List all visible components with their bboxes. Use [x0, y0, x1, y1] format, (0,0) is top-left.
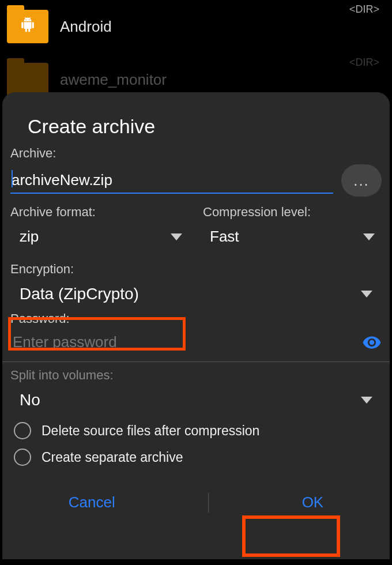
- file-list-background: <DIR> Android <DIR> aweme_monitor: [0, 0, 392, 106]
- split-volumes-dropdown[interactable]: No: [10, 386, 382, 414]
- cancel-button[interactable]: Cancel: [46, 487, 138, 518]
- compression-value: Fast: [210, 228, 239, 246]
- dialog-actions: Cancel OK: [10, 481, 382, 524]
- archive-label: Archive:: [10, 146, 382, 161]
- text-cursor: [12, 170, 13, 187]
- chevron-down-icon: [361, 291, 372, 297]
- encryption-label: Encryption:: [10, 262, 382, 277]
- folder-icon: [7, 63, 48, 96]
- split-label: Split into volumes:: [10, 368, 382, 383]
- archive-format-dropdown[interactable]: zip: [10, 223, 189, 250]
- chevron-down-icon: [171, 233, 182, 240]
- folder-icon: [7, 10, 48, 43]
- file-label: aweme_monitor: [60, 71, 167, 89]
- format-label: Archive format:: [10, 205, 189, 220]
- show-password-icon[interactable]: [362, 333, 382, 352]
- chevron-down-icon: [363, 233, 375, 240]
- chevron-down-icon: [361, 397, 372, 404]
- encryption-dropdown[interactable]: Data (ZipCrypto): [10, 280, 382, 308]
- action-separator: [208, 493, 209, 513]
- create-separate-option[interactable]: Create separate archive: [10, 444, 382, 470]
- delete-source-label: Delete source files after compression: [42, 423, 259, 439]
- divider: [2, 361, 390, 362]
- dir-tag: <DIR>: [349, 56, 379, 69]
- android-icon: [20, 17, 35, 36]
- create-archive-dialog: Create archive Archive: ... Archive form…: [2, 92, 390, 559]
- archive-name-input[interactable]: [10, 168, 333, 194]
- separate-archive-label: Create separate archive: [42, 450, 183, 465]
- dialog-title: Create archive: [28, 115, 382, 138]
- compression-level-dropdown[interactable]: Fast: [203, 223, 382, 250]
- delete-source-option[interactable]: Delete source files after compression: [10, 417, 382, 444]
- format-value: zip: [20, 228, 39, 246]
- dir-tag: <DIR>: [349, 3, 379, 16]
- ellipsis-icon: ...: [353, 172, 370, 190]
- password-label: Password:: [10, 311, 382, 326]
- compression-label: Compression level:: [203, 205, 382, 220]
- encryption-value: Data (ZipCrypto): [20, 285, 139, 303]
- radio-icon: [14, 422, 31, 439]
- split-value: No: [20, 391, 40, 409]
- password-input[interactable]: [10, 330, 356, 355]
- file-label: Android: [60, 18, 112, 36]
- radio-icon: [14, 449, 31, 466]
- browse-button[interactable]: ...: [341, 164, 382, 197]
- archive-input-wrap: [10, 168, 333, 194]
- ok-button[interactable]: OK: [279, 487, 347, 518]
- file-row-android: <DIR> Android: [7, 0, 385, 53]
